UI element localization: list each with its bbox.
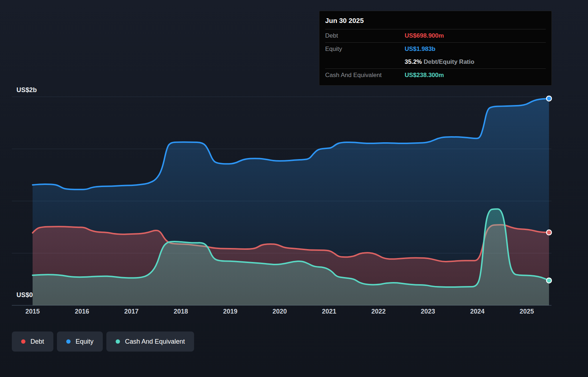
legend: DebtEquityCash And Equivalent: [12, 331, 194, 352]
debt-end-marker: [546, 230, 551, 235]
x-axis-label-2018: 2018: [174, 308, 188, 315]
legend-item-label: Cash And Equivalent: [125, 338, 185, 345]
tooltip-row-cash: Cash And EquivalentUS$238.300m: [325, 68, 546, 82]
legend-item-label: Equity: [76, 338, 93, 345]
tooltip-row-value: US$1.983b: [405, 46, 435, 53]
tooltip-row-label: Equity: [325, 46, 405, 53]
legend-item-label: Debt: [30, 338, 44, 345]
tooltip-row-debt: DebtUS$698.900m: [325, 29, 546, 42]
debt-equity-ratio-label: Debt/Equity Ratio: [424, 58, 474, 65]
tooltip-date: Jun 30 2025: [325, 15, 546, 29]
debt-equity-ratio-value: 35.2%: [405, 58, 424, 65]
tooltip-row-value: US$238.300m: [405, 72, 444, 79]
legend-item-debt[interactable]: Debt: [12, 331, 53, 352]
x-axis-label-2023: 2023: [421, 308, 435, 315]
x-axis-label-2017: 2017: [124, 308, 139, 315]
cash-legend-dot-icon: [116, 339, 120, 344]
x-axis-label-2022: 2022: [371, 308, 386, 315]
tooltip-row-label: Cash And Equivalent: [325, 72, 405, 79]
tooltip-rows: DebtUS$698.900mEquityUS$1.983b35.2% Debt…: [325, 29, 546, 82]
tooltip-row-label: Debt: [325, 32, 405, 39]
x-axis-label-2015: 2015: [25, 308, 40, 315]
equity-end-marker: [546, 96, 551, 101]
debt-equity-chart-page: US$2b US$0 20152016201720182019202020212…: [0, 0, 588, 377]
x-axis-label-2024: 2024: [470, 308, 485, 315]
tooltip-row-value: 35.2% Debt/Equity Ratio: [405, 58, 474, 66]
legend-item-equity[interactable]: Equity: [57, 331, 103, 352]
x-axis-label-2019: 2019: [223, 308, 237, 315]
legend-item-cash[interactable]: Cash And Equivalent: [106, 331, 194, 352]
tooltip-row-equity: EquityUS$1.983b: [325, 42, 546, 56]
x-axis-label-2016: 2016: [75, 308, 89, 315]
cash-end-marker: [546, 278, 551, 283]
y-axis-label-top: US$2b: [16, 86, 37, 94]
equity-legend-dot-icon: [66, 339, 71, 344]
tooltip: Jun 30 2025 DebtUS$698.900mEquityUS$1.98…: [319, 11, 552, 86]
x-axis-label-2025: 2025: [520, 308, 534, 315]
tooltip-row-ratio: 35.2% Debt/Equity Ratio: [325, 56, 546, 68]
x-axis-label-2021: 2021: [322, 308, 336, 315]
tooltip-row-value: US$698.900m: [405, 32, 444, 39]
x-axis-label-2020: 2020: [273, 308, 287, 315]
debt-legend-dot-icon: [21, 339, 25, 344]
y-axis-label-bottom: US$0: [16, 291, 33, 299]
